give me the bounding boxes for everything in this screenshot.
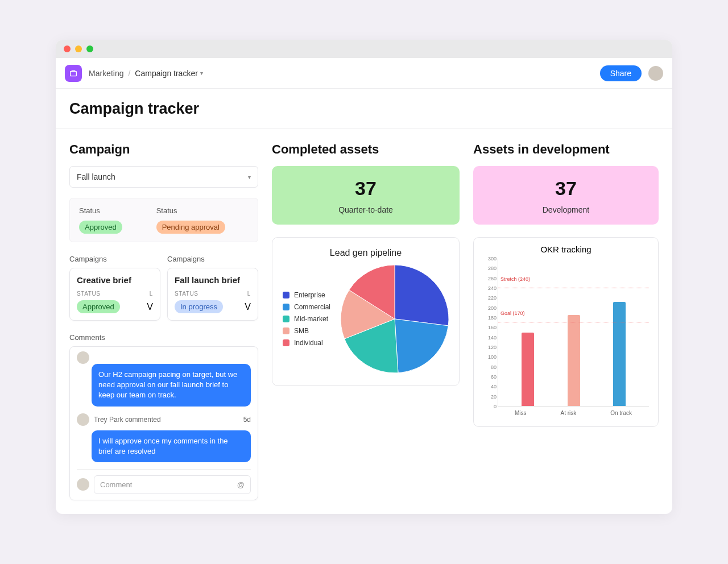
card-col2-value: V: [147, 302, 153, 312]
chevron-down-icon: ▾: [248, 174, 251, 180]
pie-chart-card: Lead gen pipeline EnterpriseCommercialMi…: [272, 237, 460, 386]
completed-assets-heading: Completed assets: [272, 142, 460, 157]
y-tick: 60: [491, 374, 497, 380]
y-tick: 160: [488, 325, 497, 330]
comment-bubble: Our H2 campaign pacing on target, but we…: [92, 364, 251, 407]
metric-tile-completed: 37 Quarter-to-date: [272, 166, 460, 225]
y-tick: 240: [488, 285, 497, 291]
legend-swatch: [283, 304, 289, 310]
svg-rect-0: [71, 71, 77, 76]
breadcrumb-current[interactable]: Campaign tracker ▾: [135, 69, 203, 78]
campaign-card[interactable]: Creative brief STATUS L Approved V: [69, 268, 160, 321]
y-tick: 220: [488, 295, 497, 301]
window-minimize-button[interactable]: [75, 45, 82, 52]
legend-label: Mid-market: [294, 315, 328, 323]
legend-label: SMB: [294, 327, 309, 335]
y-tick: 180: [488, 315, 497, 321]
legend-item[interactable]: Enterprise: [283, 291, 330, 299]
comments-panel: Our H2 campaign pacing on target, but we…: [69, 346, 258, 500]
y-tick: 140: [488, 335, 497, 341]
metric-caption: Development: [473, 205, 659, 214]
comment-input[interactable]: Comment @: [94, 475, 251, 494]
y-tick: 300: [488, 256, 497, 262]
card-col2-label: L: [247, 291, 251, 297]
campaigns-label: Campaigns: [69, 255, 160, 263]
y-tick: 260: [488, 276, 497, 281]
page-title: Campaign tracker: [69, 100, 659, 118]
mention-icon[interactable]: @: [237, 480, 245, 489]
legend-swatch: [283, 316, 289, 322]
bar-at-risk[interactable]: [568, 315, 580, 406]
comment-placeholder: Comment: [100, 480, 132, 489]
breadcrumb: Marketing / Campaign tracker ▾: [89, 69, 203, 78]
toolbar: Marketing / Campaign tracker ▾ Share: [56, 58, 672, 89]
legend-label: Enterprise: [294, 291, 325, 299]
middle-column: Completed assets 37 Quarter-to-date Lead…: [272, 142, 460, 500]
user-avatar[interactable]: [648, 66, 663, 81]
metric-value: 37: [473, 177, 659, 200]
y-tick: 20: [491, 394, 497, 400]
card-title: Fall launch brief: [175, 275, 251, 285]
bar-chart-title: OKR tracking: [483, 244, 649, 254]
app-window: Marketing / Campaign tracker ▾ Share Cam…: [56, 40, 672, 514]
legend-item[interactable]: Individual: [283, 339, 330, 347]
reference-label: Stretch (240): [500, 276, 530, 282]
campaigns-label: Campaigns: [167, 255, 258, 263]
breadcrumb-root[interactable]: Marketing: [89, 69, 123, 78]
campaign-select-value: Fall launch: [77, 172, 115, 181]
window-close-button[interactable]: [64, 45, 71, 52]
y-tick: 120: [488, 345, 497, 350]
commenter-name: Trey Park commented: [94, 416, 161, 424]
pie-chart: [341, 265, 449, 373]
breadcrumb-separator: /: [128, 69, 130, 78]
card-status-label: STATUS: [77, 291, 101, 297]
y-tick: 80: [491, 364, 497, 370]
status-label: Status: [79, 206, 122, 215]
comments-heading: Comments: [69, 333, 258, 342]
campaign-card[interactable]: Fall launch brief STATUS L In progress V: [167, 268, 258, 321]
assets-dev-heading: Assets in development: [473, 142, 659, 157]
right-column: Assets in development 37 Development OKR…: [473, 142, 659, 500]
card-status-badge: Approved: [77, 300, 120, 313]
bar-on-track[interactable]: [613, 302, 626, 406]
legend-swatch: [283, 327, 289, 334]
x-label: On track: [610, 410, 632, 416]
pie-slice-commercial[interactable]: [395, 319, 448, 373]
legend-label: Commercial: [294, 303, 330, 311]
y-tick: 0: [494, 404, 497, 409]
left-column: Campaign Fall launch ▾ Status Approved S…: [69, 142, 258, 500]
pie-slice-enterprise[interactable]: [395, 265, 449, 326]
comment-bubble: I will approve once my comments in the b…: [92, 430, 251, 462]
status-badge-pending: Pending approval: [156, 221, 225, 234]
commenter-avatar: [77, 413, 89, 426]
share-button[interactable]: Share: [600, 65, 642, 81]
metric-tile-development: 37 Development: [473, 166, 659, 225]
pie-chart-title: Lead gen pipeline: [283, 248, 449, 258]
card-title: Creative brief: [77, 275, 153, 285]
x-label: At risk: [560, 410, 576, 416]
reference-line: [498, 288, 649, 288]
window-zoom-button[interactable]: [86, 45, 93, 52]
campaign-heading: Campaign: [69, 142, 258, 157]
status-badge-approved: Approved: [79, 221, 122, 234]
y-tick: 40: [491, 384, 497, 389]
y-tick: 100: [488, 354, 497, 360]
campaign-select[interactable]: Fall launch ▾: [69, 166, 258, 188]
pie-legend: EnterpriseCommercialMid-marketSMBIndivid…: [283, 287, 330, 351]
current-user-avatar: [77, 478, 89, 491]
window-titlebar: [56, 40, 672, 58]
reference-line: [498, 322, 649, 322]
legend-swatch: [283, 339, 289, 346]
legend-swatch: [283, 292, 289, 298]
y-tick: 200: [488, 305, 497, 311]
legend-item[interactable]: SMB: [283, 327, 330, 335]
legend-item[interactable]: Mid-market: [283, 315, 330, 323]
x-label: Miss: [515, 410, 527, 416]
bar-miss[interactable]: [522, 333, 534, 407]
legend-label: Individual: [294, 339, 323, 347]
reference-label: Goal (170): [500, 310, 525, 316]
bar-y-axis: 0204060801001201401601802002202402602803…: [483, 259, 498, 407]
app-icon[interactable]: [65, 65, 82, 82]
card-col2-value: V: [245, 302, 251, 312]
legend-item[interactable]: Commercial: [283, 303, 330, 311]
